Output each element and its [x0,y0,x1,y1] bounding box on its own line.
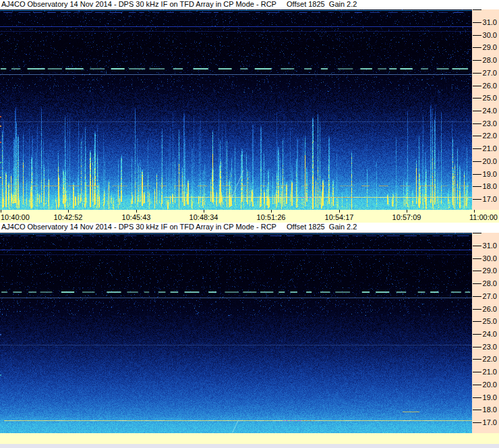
spectrogram-canvas-lower [0,233,472,433]
panel-title-upper: AJ4CO Observatory 14 Nov 2014 - DPS 30 k… [0,0,499,9]
time-tick [1,210,1,213]
freq-tick [473,410,481,410]
freq-tick [473,136,481,136]
freq-tick [473,347,481,347]
freq-tick [473,186,481,187]
freq-tick [473,174,481,175]
time-tick-label: 10:40:00 [1,213,30,221]
freq-tick [473,60,481,61]
freq-tick [473,397,481,398]
freq-tick-label: 22.0 [481,356,497,363]
freq-tick-label: 25.0 [481,94,497,102]
freq-tick [473,258,481,259]
freq-tick-label: 31.0 [481,19,497,26]
spectrogram-plot-upper [0,9,472,210]
freq-tick [473,372,481,372]
freq-axis-upper: 31.030.029.028.027.026.025.024.023.022.0… [472,9,499,210]
freq-tick [473,22,481,23]
time-axis-strip-lower [0,433,499,444]
spectrogram-canvas-upper [0,9,472,210]
freq-tick [473,199,481,200]
freq-tick [473,334,481,335]
freq-tick-label: 25.0 [481,318,497,325]
freq-tick-label: 28.0 [481,57,497,64]
freq-axis-lower: 31.030.029.028.027.026.025.024.023.022.0… [472,233,499,433]
time-tick-label: 11:00:00 [469,213,498,221]
freq-tick [473,309,481,310]
spectrogram-plot-lower [0,233,472,433]
freq-tick [473,47,481,48]
time-tick [68,210,69,213]
freq-tick-label: 18.0 [481,406,497,414]
time-tick-label: 10:42:52 [54,213,83,221]
freq-tick [473,246,481,246]
freq-tick-label: 19.0 [481,171,497,178]
freq-tick-label: 20.0 [481,158,497,165]
time-tick-label: 10:45:43 [122,213,151,221]
time-tick-label: 10:48:34 [189,213,218,221]
freq-tick [473,73,481,74]
time-axis-strip-upper: 10:40:0010:42:5210:45:4310:48:3410:51:26… [0,210,499,223]
time-tick-label: 10:51:26 [257,213,286,221]
time-tick [136,210,137,213]
time-tick [407,210,407,213]
freq-tick-label: 23.0 [481,343,497,351]
freq-tick [473,283,481,284]
freq-tick [473,35,481,36]
freq-axis-top-tick [473,233,481,233]
freq-tick [473,98,481,99]
freq-tick-label: 22.0 [481,132,497,140]
freq-tick-label: 19.0 [481,394,497,401]
freq-tick [473,422,481,423]
freq-tick-label: 27.0 [481,69,497,77]
freq-tick [473,111,481,111]
window-footer-strip [0,444,499,448]
freq-tick [473,321,481,322]
freq-tick-label: 26.0 [481,306,497,313]
freq-tick-label: 17.0 [481,196,497,203]
freq-tick-label: 24.0 [481,107,497,115]
freq-tick [473,86,481,86]
freq-tick-label: 20.0 [481,381,497,389]
time-tick [204,210,204,213]
freq-tick-label: 26.0 [481,82,497,90]
freq-tick-label: 30.0 [481,32,497,39]
time-tick [474,210,475,213]
freq-tick [473,296,481,297]
freq-tick [473,271,481,271]
freq-tick [473,359,481,360]
freq-tick-label: 29.0 [481,267,497,275]
time-tick-label: 10:57:09 [392,213,421,221]
freq-tick-label: 29.0 [481,44,497,51]
freq-tick-label: 30.0 [481,255,497,262]
freq-tick-label: 27.0 [481,293,497,300]
spectrograph-window: AJ4CO Observatory 14 Nov 2014 - DPS 30 k… [0,0,499,448]
time-tick [271,210,272,213]
freq-tick [473,148,481,149]
panel-title-lower: AJ4CO Observatory 14 Nov 2014 - DPS 30 k… [0,223,499,233]
freq-tick-label: 21.0 [481,368,497,376]
freq-tick-label: 23.0 [481,120,497,128]
freq-tick [473,385,481,385]
freq-tick [473,161,481,162]
freq-tick-label: 31.0 [481,242,497,250]
freq-axis-top-tick [473,9,481,10]
freq-tick-label: 17.0 [481,419,497,426]
freq-tick-label: 24.0 [481,331,497,338]
time-tick-label: 10:54:17 [325,213,354,221]
freq-tick-label: 28.0 [481,280,497,287]
freq-tick-label: 18.0 [481,183,497,190]
freq-tick-label: 21.0 [481,145,497,152]
freq-tick [473,123,481,124]
time-tick [339,210,340,213]
